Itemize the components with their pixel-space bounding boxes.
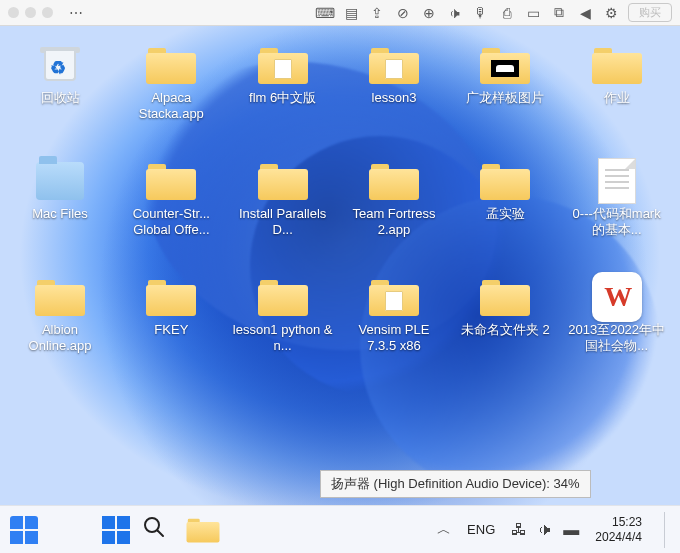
folder-lesson3-icon bbox=[368, 44, 420, 86]
folder-alpaca-stacka-icon bbox=[145, 44, 197, 86]
desktop-icon-label: 广龙样板图片 bbox=[466, 90, 544, 106]
cpu-icon[interactable]: ▤ bbox=[342, 4, 360, 22]
desktop-icon-label: Mac Files bbox=[32, 206, 88, 222]
gear-icon[interactable]: ⚙ bbox=[602, 4, 620, 22]
taskbar-explorer-button[interactable] bbox=[178, 511, 228, 549]
volume-tooltip: 扬声器 (High Definition Audio Device): 34% bbox=[320, 470, 591, 498]
back-triangle-icon[interactable]: ◀ bbox=[576, 4, 594, 22]
desktop-icon-label: Vensim PLE 7.3.5 x86 bbox=[344, 322, 444, 354]
folder-homework[interactable]: 作业 bbox=[565, 44, 669, 122]
desktop[interactable]: ♻回收站Alpaca Stacka.appflm 6中文版lesson3广龙样板… bbox=[0, 26, 680, 505]
taskbar: ︿ ENG 🖧 🕩 ▬ 15:23 2024/4/4 bbox=[0, 505, 680, 553]
desktop-icon-label: Alpaca Stacka.app bbox=[121, 90, 221, 122]
folder-albion[interactable]: Albion Online.app bbox=[8, 276, 112, 354]
folder-fkey[interactable]: FKEY bbox=[119, 276, 223, 354]
folder-untitled-2-icon bbox=[479, 276, 531, 318]
desktop-icon-label: Team Fortress 2.app bbox=[344, 206, 444, 238]
sound-icon[interactable]: 🕩 bbox=[446, 4, 464, 22]
usb-icon[interactable]: ⇪ bbox=[368, 4, 386, 22]
desktop-icon-label: Albion Online.app bbox=[10, 322, 110, 354]
file-code-mark[interactable]: 0---代码和mark的基本... bbox=[565, 160, 669, 238]
svg-line-1 bbox=[158, 530, 164, 536]
recycle-bin-icon: ♻ bbox=[34, 44, 86, 86]
printer-icon[interactable]: ⎙ bbox=[498, 4, 516, 22]
no-network-icon[interactable]: ⊘ bbox=[394, 4, 412, 22]
close-dot[interactable] bbox=[8, 7, 19, 18]
folder-alpaca-stacka[interactable]: Alpaca Stacka.app bbox=[119, 44, 223, 122]
mic-icon[interactable]: 🎙 bbox=[472, 4, 490, 22]
folder-install-parallels[interactable]: Install Parallels D... bbox=[231, 160, 335, 238]
folder-guanglong-images[interactable]: 广龙样板图片 bbox=[453, 44, 557, 122]
folder-lesson1-python[interactable]: lesson1 python & n... bbox=[231, 276, 335, 354]
taskbar-clock[interactable]: 15:23 2024/4/4 bbox=[595, 515, 642, 545]
file-wps-2013-2022-icon: W bbox=[591, 276, 643, 318]
file-code-mark-icon bbox=[591, 160, 643, 202]
folder-meng-experiment[interactable]: 孟实验 bbox=[453, 160, 557, 238]
desktop-icon-label: 0---代码和mark的基本... bbox=[567, 206, 667, 238]
folder-homework-icon bbox=[591, 44, 643, 86]
desktop-icon-label: 未命名文件夹 2 bbox=[461, 322, 550, 338]
widgets-button[interactable] bbox=[10, 516, 38, 544]
zoom-dot[interactable] bbox=[42, 7, 53, 18]
camera-icon[interactable]: ▭ bbox=[524, 4, 542, 22]
folder-tf2[interactable]: Team Fortress 2.app bbox=[342, 160, 446, 238]
ellipsis-icon[interactable]: ⋯ bbox=[67, 4, 85, 22]
folder-flm6-icon bbox=[257, 44, 309, 86]
folder-lesson3[interactable]: lesson3 bbox=[342, 44, 446, 122]
show-desktop-edge[interactable] bbox=[664, 512, 670, 548]
folder-mac-files[interactable]: Mac Files bbox=[8, 160, 112, 238]
folder-flm6[interactable]: flm 6中文版 bbox=[231, 44, 335, 122]
file-wps-2013-2022[interactable]: W2013至2022年中国社会物... bbox=[565, 276, 669, 354]
desktop-icon-label: 作业 bbox=[604, 90, 630, 106]
desktop-icon-label: lesson1 python & n... bbox=[233, 322, 333, 354]
folder-untitled-2[interactable]: 未命名文件夹 2 bbox=[453, 276, 557, 354]
taskbar-search-button[interactable] bbox=[142, 515, 166, 545]
desktop-icon-label: 回收站 bbox=[41, 90, 80, 106]
language-indicator[interactable]: ENG bbox=[467, 522, 495, 537]
folder-fkey-icon bbox=[145, 276, 197, 318]
keyboard-icon[interactable]: ⌨ bbox=[316, 4, 334, 22]
minimize-dot[interactable] bbox=[25, 7, 36, 18]
volume-tray-icon[interactable]: 🕩 bbox=[537, 521, 553, 539]
clock-time: 15:23 bbox=[612, 515, 642, 530]
buy-button[interactable]: 购买 bbox=[628, 3, 672, 22]
folder-install-parallels-icon bbox=[257, 160, 309, 202]
folder-csgo[interactable]: Counter-Str... Global Offe... bbox=[119, 160, 223, 238]
folder-guanglong-images-icon bbox=[479, 44, 531, 86]
clock-date: 2024/4/4 bbox=[595, 530, 642, 545]
globe-icon[interactable]: ⊕ bbox=[420, 4, 438, 22]
window-traffic-lights bbox=[8, 7, 53, 18]
battery-tray-icon[interactable]: ▬ bbox=[563, 521, 579, 539]
mac-menubar: ⋯ ⌨ ▤ ⇪ ⊘ ⊕ 🕩 🎙 ⎙ ▭ ⧉ ◀ ⚙ 购买 bbox=[0, 0, 680, 26]
desktop-icon-label: 孟实验 bbox=[486, 206, 525, 222]
folder-csgo-icon bbox=[145, 160, 197, 202]
folder-albion-icon bbox=[34, 276, 86, 318]
folder-lesson1-python-icon bbox=[257, 276, 309, 318]
desktop-icon-label: lesson3 bbox=[372, 90, 417, 106]
desktop-icon-label: Counter-Str... Global Offe... bbox=[121, 206, 221, 238]
tray-overflow-button[interactable]: ︿ bbox=[437, 521, 451, 539]
folder-vensim-icon bbox=[368, 276, 420, 318]
folder-meng-experiment-icon bbox=[479, 160, 531, 202]
folder-vensim[interactable]: Vensim PLE 7.3.5 x86 bbox=[342, 276, 446, 354]
start-button[interactable] bbox=[102, 516, 130, 544]
recycle-bin[interactable]: ♻回收站 bbox=[8, 44, 112, 122]
desktop-icon-label: flm 6中文版 bbox=[249, 90, 316, 106]
folder-tf2-icon bbox=[368, 160, 420, 202]
pip-icon[interactable]: ⧉ bbox=[550, 4, 568, 22]
desktop-icon-label: Install Parallels D... bbox=[233, 206, 333, 238]
network-tray-icon[interactable]: 🖧 bbox=[511, 521, 527, 539]
desktop-icon-label: FKEY bbox=[154, 322, 188, 338]
folder-mac-files-icon bbox=[34, 160, 86, 202]
desktop-icon-label: 2013至2022年中国社会物... bbox=[567, 322, 667, 354]
